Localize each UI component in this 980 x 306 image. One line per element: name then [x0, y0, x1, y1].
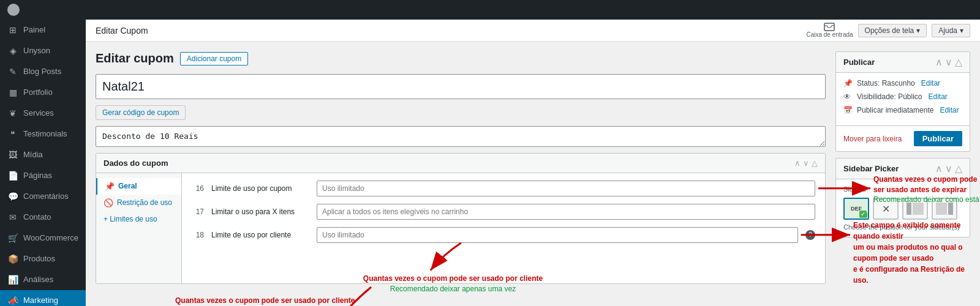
tab-geral[interactable]: 📌 Geral: [96, 178, 181, 195]
sidebar-item-produtos[interactable]: 📦Produtos: [0, 248, 86, 269]
painel-icon: ⊞: [7, 24, 18, 35]
inbox-label: Caixa de entrada: [806, 31, 853, 38]
comentarios-icon: 💬: [7, 191, 18, 202]
publish-date-edit-link[interactable]: Editar: [940, 106, 959, 114]
sidebar-choose-text: Choose the position for your sidebar(s): [843, 223, 962, 231]
publish-btn[interactable]: Publicar: [914, 131, 962, 146]
panel-body: 📌 Geral 🚫 Restrição de uso + Limites de …: [96, 173, 825, 283]
sidebar-label-unyson: Unyson: [23, 46, 50, 56]
field-input-18[interactable]: [317, 227, 798, 243]
panel-title: Dados do cupom: [104, 159, 168, 168]
sidebar-picker-grid: DEF ✓ ✕: [843, 198, 962, 220]
sidebar-item-portfolio[interactable]: ▦Portfolio: [0, 82, 86, 103]
sidebar-item-midia[interactable]: 🖼Mídia: [0, 144, 86, 165]
field-input-17[interactable]: [317, 204, 815, 220]
sidebar-label-painel: Painel: [23, 25, 45, 35]
field-input-wrapper-16: [317, 181, 815, 196]
status-row: 📌 Status: Rascunho Editar: [843, 79, 962, 88]
description-textarea[interactable]: Desconto de 10 Reais: [96, 126, 826, 147]
page-heading: Editar cupom Adicionar cupom: [96, 51, 826, 65]
publish-footer: Mover para lixeira Publicar: [836, 125, 970, 151]
visibility-icon: 👁: [843, 92, 853, 101]
generate-code-btn[interactable]: Gerar código de cupom: [96, 105, 186, 120]
visibility-edit-link[interactable]: Editar: [929, 92, 948, 101]
sidebar-picker-label: Sidebar: [843, 185, 962, 193]
sidebar-label-comentarios: Comentários: [23, 192, 69, 202]
main-column: Editar cupom Adicionar cupom Gerar códig…: [96, 51, 826, 296]
status-edit-link[interactable]: Editar: [921, 79, 940, 88]
tab-limites[interactable]: + Limites de uso: [96, 211, 181, 227]
sidebar-item-marketing[interactable]: 📣Marketing: [0, 290, 86, 306]
field-input-wrapper-17: [317, 204, 815, 220]
sidebar-item-comentarios[interactable]: 💬Comentários: [0, 186, 86, 207]
sidebar-label-woocommerce: WooCommerce: [23, 233, 78, 244]
sidebar-option-right[interactable]: [932, 198, 957, 220]
publish-title: Publicar: [843, 58, 875, 67]
field-input-wrapper-18: [317, 227, 798, 243]
sidebar-picker-header: Sidebar Picker ∧ ∨ △: [836, 159, 970, 179]
sidebar-option-left[interactable]: [902, 198, 928, 220]
sidebar-item-services[interactable]: ❦Services: [0, 103, 86, 124]
sidebar-item-testimonials[interactable]: ❝Testimonials: [0, 124, 86, 144]
produtos-icon: 📦: [7, 253, 18, 264]
publish-box-header: Publicar ∧ ∨ △: [836, 52, 970, 73]
svg-rect-5: [913, 203, 924, 215]
coupon-code-input[interactable]: [96, 74, 826, 99]
field-row-16: 16 Limite de uso por cupom: [192, 181, 815, 196]
sidebar-item-painel[interactable]: ⊞Painel: [0, 20, 86, 40]
field-label-18: Limite de uso por cliente: [211, 231, 309, 239]
sidebar-label-portfolio: Portfolio: [23, 88, 53, 98]
field-help-18[interactable]: ?: [805, 230, 815, 240]
sidebar-label-services: Services: [23, 108, 54, 119]
inbox-area: Caixa de entrada: [806, 23, 853, 38]
sidebar-option-none[interactable]: ✕: [873, 198, 899, 220]
help-btn[interactable]: Ajuda ▾: [932, 24, 970, 37]
calendar-icon: 📅: [843, 106, 853, 114]
top-bar-right: Caixa de entrada Opções de tela ▾ Ajuda …: [806, 23, 970, 38]
field-row-18: 18 Limite de uso por cliente ?: [192, 227, 815, 243]
dados-cupom-panel: Dados do cupom ∧ ∨ △ 📌 Geral: [96, 153, 826, 284]
sidebar-item-woocommerce[interactable]: 🛒WooCommerce: [0, 228, 86, 248]
svg-rect-4: [907, 203, 911, 215]
admin-bar: W: [0, 0, 980, 20]
sidebar-item-paginas[interactable]: 📄Páginas: [0, 165, 86, 186]
sidebar-label-testimonials: Testimonials: [23, 129, 67, 140]
portfolio-icon: ▦: [7, 87, 18, 98]
sidebar-picker-body: Sidebar DEF ✓ ✕: [836, 179, 970, 237]
sidebar-item-unyson[interactable]: ◈Unyson: [0, 40, 86, 61]
wp-logo: W: [7, 4, 20, 16]
field-input-16[interactable]: [317, 181, 815, 196]
status-icon: 📌: [843, 79, 853, 88]
contato-icon: ✉: [7, 212, 18, 223]
visibility-row: 👁 Visibilidade: Público Editar: [843, 92, 962, 101]
field-row-17: 17 Limitar o uso para X itens: [192, 204, 815, 220]
testimonials-icon: ❝: [7, 129, 18, 140]
sidebar-picker-box: Sidebar Picker ∧ ∨ △ Sidebar DEF ✓: [835, 158, 970, 237]
tab-restricao[interactable]: 🚫 Restrição de uso: [96, 195, 181, 211]
paginas-icon: 📄: [7, 170, 18, 181]
sidebar-item-analises[interactable]: 📊Análises: [0, 269, 86, 290]
unyson-icon: ◈: [7, 45, 18, 56]
sidebar-label-blog-posts: Blog Posts: [23, 67, 61, 77]
top-bar: Editar Cupom Caixa de entrada Opções de …: [86, 20, 980, 42]
panel-header: Dados do cupom ∧ ∨ △: [96, 154, 825, 173]
svg-text:W: W: [12, 8, 16, 12]
sidebar-label-paginas: Páginas: [23, 171, 52, 181]
sidebar-item-blog-posts[interactable]: ✎Blog Posts: [0, 61, 86, 82]
add-coupon-btn[interactable]: Adicionar cupom: [180, 52, 248, 65]
field-label-16: Limite de uso por cupom: [211, 184, 309, 193]
annotation-text2: Quantas vezes o cupom pode ser usado por…: [175, 296, 355, 306]
trash-link[interactable]: Mover para lixeira: [843, 135, 902, 143]
sidebar-label-contato: Contato: [23, 212, 51, 223]
sidebar-label-analises: Análises: [23, 275, 53, 285]
screen-options-btn[interactable]: Opções de tela ▾: [858, 24, 927, 37]
panel-controls: ∧ ∨ △: [794, 159, 818, 168]
inbox-icon: [824, 23, 835, 31]
field-number-16: 16: [192, 184, 204, 193]
analises-icon: 📊: [7, 274, 18, 285]
sidebar: ⊞Painel◈Unyson✎Blog Posts▦Portfolio❦Serv…: [0, 20, 86, 306]
right-sidebar: Publicar ∧ ∨ △ 📌 Status: Rascunho Editar: [835, 51, 970, 296]
sidebar-option-default[interactable]: DEF ✓: [843, 198, 869, 220]
sidebar-item-contato[interactable]: ✉Contato: [0, 207, 86, 228]
field-number-17: 17: [192, 207, 204, 216]
